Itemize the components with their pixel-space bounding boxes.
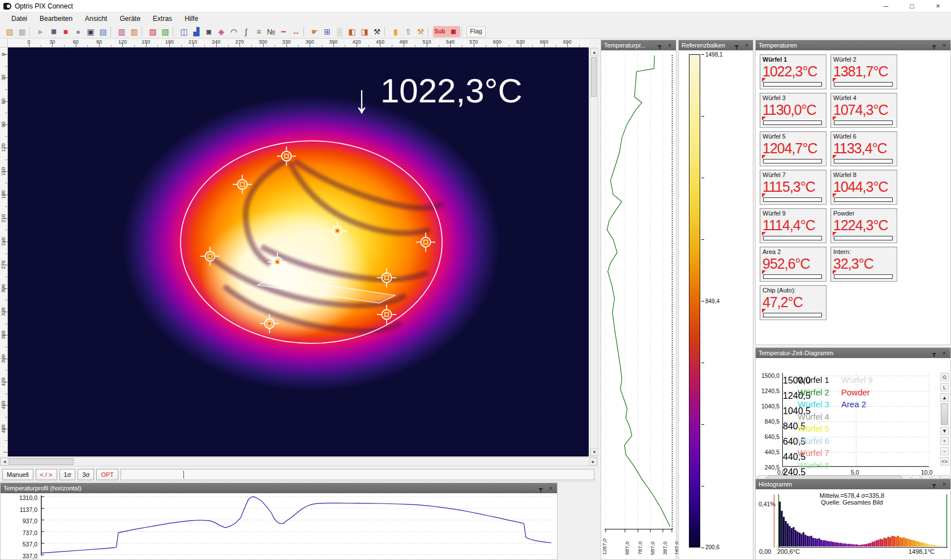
profile-control-button[interactable]: Manuell bbox=[2, 469, 33, 480]
palette-marker-icon[interactable]: ▧ bbox=[147, 26, 159, 37]
image-horizontal-scrollbar[interactable]: ◄ ► bbox=[0, 457, 598, 466]
pin-icon[interactable]: ┳ bbox=[537, 485, 544, 492]
scrollbar-thumb[interactable] bbox=[591, 57, 597, 97]
copy-icon[interactable]: ▤ bbox=[97, 26, 109, 37]
separator[interactable] bbox=[303, 27, 307, 37]
pin-icon[interactable]: ┳ bbox=[733, 42, 740, 49]
close-icon[interactable]: × bbox=[547, 485, 554, 492]
pause-icon[interactable]: ▮▮ bbox=[47, 26, 59, 37]
legend-entry[interactable]: Würfel 7 bbox=[798, 448, 829, 458]
maximize-button[interactable]: □ bbox=[899, 0, 925, 12]
legend-entry[interactable]: Würfel 5 bbox=[798, 424, 829, 433]
profile-control-button[interactable]: < / > bbox=[36, 469, 57, 480]
dashes-icon[interactable]: ┅ bbox=[277, 26, 290, 37]
profile-input-field[interactable] bbox=[121, 469, 594, 480]
palette-play-icon[interactable]: ▧ bbox=[159, 26, 172, 37]
temperature-cell[interactable]: Würfel 9 1114,4°C bbox=[760, 208, 826, 243]
measure-point-marker[interactable] bbox=[233, 175, 252, 194]
palette-shift-left-icon[interactable]: ◨ bbox=[358, 26, 371, 37]
close-button[interactable]: × bbox=[925, 0, 951, 12]
measure-icon[interactable]: ↔ bbox=[290, 26, 302, 37]
profile-control-button[interactable]: 3σ bbox=[78, 469, 94, 480]
legend-entry[interactable]: Würfel 3 bbox=[798, 399, 829, 409]
scroll-right-icon[interactable]: ► bbox=[589, 458, 597, 466]
profile-icon[interactable]: ◠ bbox=[228, 26, 240, 37]
menu-item[interactable]: Geräte bbox=[114, 13, 146, 24]
legend-entry[interactable]: Würfel 9 bbox=[841, 375, 873, 385]
image-disabled-icon[interactable]: ▒ bbox=[333, 26, 346, 37]
temperature-cell[interactable]: Powder 1224,3°C bbox=[830, 208, 897, 243]
pin-icon[interactable]: ┳ bbox=[931, 42, 937, 49]
close-icon[interactable]: × bbox=[941, 42, 948, 49]
copy-image-icon[interactable]: ▥ bbox=[128, 26, 140, 37]
temperature-cell[interactable]: Chip (Auto): 47,2°C bbox=[760, 285, 826, 320]
subtract-icon[interactable]: Sub bbox=[433, 26, 447, 37]
temperature-cell[interactable]: Area 2 952,6°C bbox=[760, 247, 826, 282]
legend-entry[interactable]: Würfel 6 bbox=[798, 436, 829, 446]
palette-export-icon[interactable]: ◫ bbox=[178, 26, 190, 37]
temperature-cell[interactable]: Intern: 32,3°C bbox=[830, 247, 897, 282]
record-icon[interactable]: ● bbox=[72, 26, 84, 37]
save-icon[interactable]: ▦ bbox=[16, 26, 28, 37]
separator[interactable] bbox=[428, 27, 432, 37]
legend-entry[interactable]: Area 2 bbox=[841, 399, 866, 409]
measure-point-marker[interactable] bbox=[416, 232, 435, 252]
separator[interactable] bbox=[384, 27, 388, 37]
histogram-icon[interactable]: ▟ bbox=[190, 26, 203, 37]
menu-item[interactable]: Datei bbox=[6, 13, 33, 24]
temperature-cell[interactable]: Würfel 1 1022,3°C bbox=[760, 54, 826, 89]
close-icon[interactable]: × bbox=[743, 42, 750, 49]
menu-item[interactable]: Bearbeiten bbox=[34, 13, 78, 24]
thermal-image[interactable]: ↓ 1022,3°C bbox=[8, 48, 589, 456]
scrollbar-thumb[interactable] bbox=[9, 458, 74, 465]
legend-entry[interactable]: Würfel 2 bbox=[798, 387, 829, 397]
open-file-icon[interactable]: ▨ bbox=[3, 26, 16, 37]
temperature-cell[interactable]: Würfel 3 1130,0°C bbox=[760, 93, 826, 128]
separator[interactable] bbox=[110, 27, 114, 37]
temperature-cell[interactable]: Würfel 8 1044,3°C bbox=[830, 170, 897, 205]
settings-tools-icon[interactable]: ⚒ bbox=[371, 26, 383, 37]
scrollbar-thumb[interactable] bbox=[941, 403, 948, 425]
diagram-lines-icon[interactable]: ≡ bbox=[252, 26, 265, 37]
separator[interactable] bbox=[29, 27, 33, 37]
pin-icon[interactable]: ┳ bbox=[931, 350, 937, 356]
fit-button[interactable]: <> bbox=[940, 457, 949, 466]
minimize-button[interactable]: ─ bbox=[873, 0, 899, 12]
scroll-down-icon[interactable]: ▼ bbox=[590, 448, 598, 456]
digital-display-icon[interactable]: № bbox=[265, 26, 277, 37]
scroll-up-icon[interactable]: ▲ bbox=[940, 393, 949, 402]
temperature-cell[interactable]: Würfel 5 1204,7°C bbox=[760, 131, 826, 166]
temperature-cell[interactable]: Würfel 4 1074,3°C bbox=[830, 93, 897, 128]
close-icon[interactable]: × bbox=[941, 350, 948, 356]
gain-button[interactable]: G bbox=[940, 373, 949, 381]
play-icon[interactable]: ► bbox=[35, 26, 47, 37]
measure-point-marker[interactable] bbox=[328, 221, 347, 240]
palette-shift-right-icon[interactable]: ◧ bbox=[346, 26, 358, 37]
profile-vertical-icon[interactable]: ∫ bbox=[240, 26, 252, 37]
upload-icon[interactable]: ⇧ bbox=[402, 26, 414, 37]
color-wand-icon[interactable]: ◆ bbox=[215, 26, 228, 37]
legend-entry[interactable]: Powder bbox=[841, 387, 870, 397]
menu-item[interactable]: Extras bbox=[147, 13, 178, 24]
menu-item[interactable]: Ansicht bbox=[79, 13, 113, 24]
legend-entry[interactable]: Würfel 1 bbox=[798, 375, 829, 385]
fullscreen-icon[interactable]: ⊞ bbox=[321, 26, 333, 37]
measure-point-marker[interactable] bbox=[377, 268, 396, 287]
profile-control-button[interactable]: OPT bbox=[96, 469, 118, 480]
level-button[interactable]: L bbox=[940, 383, 949, 391]
legend-entry[interactable]: Würfel 4 bbox=[798, 412, 829, 421]
save-subtract-icon[interactable]: ▦ bbox=[447, 26, 460, 37]
legend-entry[interactable]: Würfel 8 bbox=[798, 460, 829, 470]
separator[interactable] bbox=[142, 27, 145, 37]
menu-item[interactable]: Hilfe bbox=[179, 13, 204, 24]
image-vertical-scrollbar[interactable]: ▲ ▼ bbox=[590, 48, 598, 456]
temperature-cell[interactable]: Würfel 6 1133,4°C bbox=[830, 131, 897, 166]
hand-icon[interactable]: ☛ bbox=[309, 26, 321, 37]
separator[interactable] bbox=[461, 27, 465, 37]
pin-icon[interactable]: ┳ bbox=[656, 42, 663, 49]
profile-control-button[interactable]: 1σ bbox=[59, 469, 76, 480]
temperature-cell[interactable]: Würfel 7 1115,3°C bbox=[760, 170, 826, 205]
close-icon[interactable]: × bbox=[666, 42, 673, 49]
save-image-icon[interactable]: ▥ bbox=[115, 26, 128, 37]
scroll-down-icon[interactable]: ▼ bbox=[940, 427, 949, 435]
